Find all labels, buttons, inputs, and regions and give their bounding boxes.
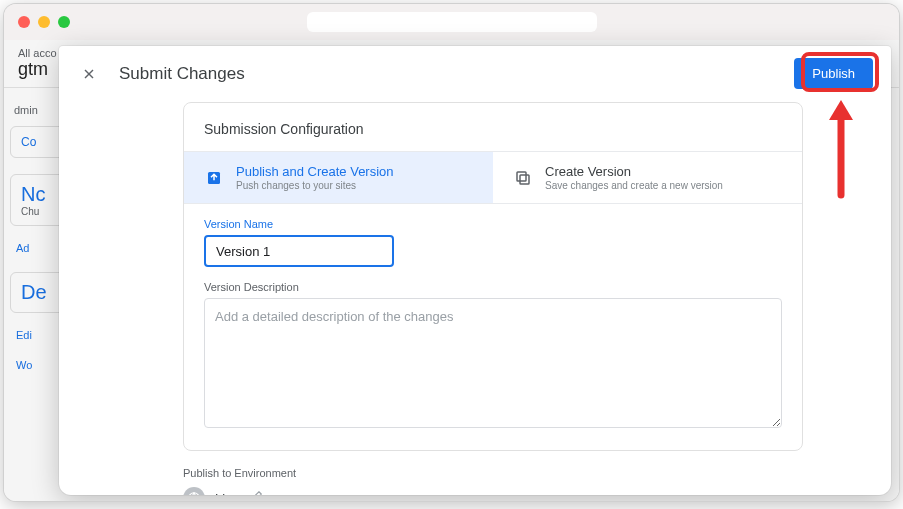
- maximize-window-icon[interactable]: [58, 16, 70, 28]
- option-title: Publish and Create Version: [236, 164, 394, 179]
- version-description-label: Version Description: [204, 281, 782, 293]
- modal-content: Submission Configuration Publish and Cre…: [59, 102, 891, 495]
- submission-config-panel: Submission Configuration Publish and Cre…: [183, 102, 803, 451]
- browser-window: All acco gtm dmin Co Nc Chu Ad De Edi Wo: [4, 4, 899, 501]
- env-label: Publish to Environment: [183, 467, 803, 479]
- option-publish-and-create[interactable]: Publish and Create Version Push changes …: [184, 152, 493, 203]
- publish-icon: [204, 168, 224, 188]
- config-options: Publish and Create Version Push changes …: [184, 151, 802, 204]
- close-window-icon[interactable]: [18, 16, 30, 28]
- globe-icon: [183, 487, 205, 495]
- version-name-input[interactable]: [204, 235, 394, 267]
- svg-rect-4: [517, 172, 526, 181]
- copy-icon: [513, 168, 533, 188]
- close-icon[interactable]: [79, 64, 99, 84]
- publish-environment-block: Publish to Environment Live: [183, 451, 803, 495]
- publish-button[interactable]: Publish: [794, 58, 873, 89]
- version-name-field: Version Name: [184, 204, 802, 267]
- minimize-window-icon[interactable]: [38, 16, 50, 28]
- svg-rect-3: [520, 175, 529, 184]
- edit-environment-icon[interactable]: [249, 490, 265, 495]
- version-description-field: Version Description: [184, 267, 802, 450]
- window-controls: [18, 16, 70, 28]
- url-bar[interactable]: [307, 12, 597, 32]
- env-value: Live: [215, 491, 239, 496]
- option-subtitle: Save changes and create a new version: [545, 180, 723, 191]
- config-title: Submission Configuration: [184, 121, 802, 151]
- version-description-input[interactable]: [204, 298, 782, 428]
- browser-titlebar: [4, 4, 899, 40]
- option-create-version[interactable]: Create Version Save changes and create a…: [493, 152, 802, 203]
- version-name-label: Version Name: [204, 218, 782, 230]
- modal-header: Submit Changes Publish: [59, 46, 891, 102]
- submit-changes-modal: Submit Changes Publish Submission Config…: [59, 46, 891, 495]
- env-row: Live: [183, 487, 803, 495]
- option-subtitle: Push changes to your sites: [236, 180, 394, 191]
- modal-title: Submit Changes: [119, 64, 245, 84]
- option-title: Create Version: [545, 164, 723, 179]
